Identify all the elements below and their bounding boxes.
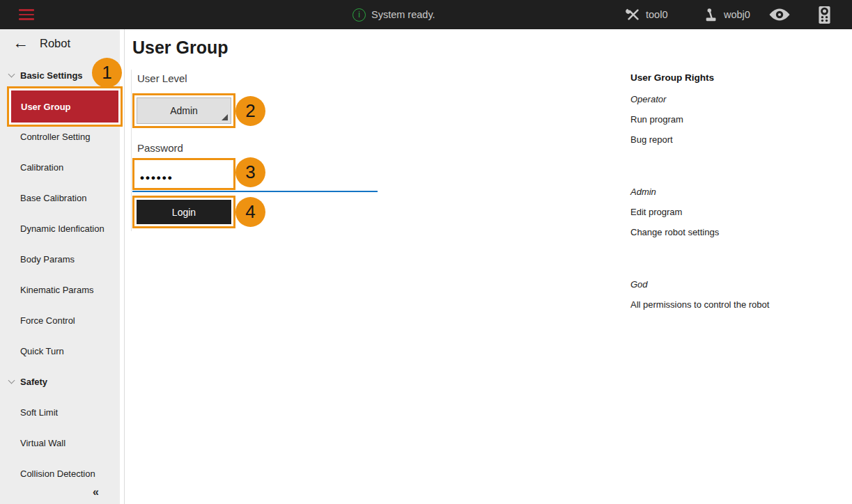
sidebar-item-collision-detection[interactable]: Collision Detection: [0, 466, 120, 480]
sidebar-group-label: Safety: [20, 377, 47, 387]
annotation-badge-4: 4: [235, 197, 265, 227]
annotation-box-3: ••••••: [132, 158, 235, 190]
password-input[interactable]: ••••••: [137, 162, 231, 186]
rights-permission: All permissions to control the robot: [630, 299, 769, 310]
tools-icon: [626, 7, 641, 22]
chevron-down-icon: [8, 70, 15, 77]
login-button[interactable]: Login: [137, 200, 231, 224]
top-bar: i System ready. tool0 wobj0: [0, 0, 852, 29]
hamburger-menu-icon[interactable]: [19, 9, 34, 21]
sidebar-item-quick-turn[interactable]: Quick Turn: [0, 344, 120, 358]
annotation-box-2: Admin: [132, 93, 235, 128]
rights-permission: Edit program: [630, 207, 682, 217]
chevron-down-icon: [8, 377, 15, 384]
rights-permission: Change robot settings: [630, 227, 719, 237]
sidebar-title: Robot: [40, 37, 70, 50]
joystick-icon: [704, 7, 719, 22]
tool-selector[interactable]: tool0: [626, 0, 667, 29]
sidebar-item-base-calibration[interactable]: Base Calibration: [0, 191, 120, 205]
back-arrow-icon[interactable]: ←: [13, 35, 29, 51]
sidebar: ← Robot Basic SettingsUser GroupControll…: [0, 29, 120, 504]
sidebar-collapse-icon[interactable]: «: [93, 486, 99, 498]
rights-role-operator: Operator: [630, 94, 666, 104]
sidebar-item-soft-limit[interactable]: Soft Limit: [0, 405, 120, 419]
sidebar-item-virtual-wall[interactable]: Virtual Wall: [0, 436, 120, 450]
rights-title: User Group Rights: [630, 72, 714, 83]
status-text: System ready.: [371, 9, 435, 20]
tool-label: tool0: [646, 9, 667, 20]
eye-icon[interactable]: [768, 8, 791, 24]
sidebar-item-user-group-selected[interactable]: User Group: [11, 90, 118, 123]
sidebar-item-body-params[interactable]: Body Params: [0, 252, 120, 266]
annotation-badge-1: 1: [92, 58, 122, 88]
sidebar-group-safety[interactable]: Safety: [0, 375, 120, 388]
rights-permission: Run program: [630, 114, 683, 125]
sidebar-item-force-control[interactable]: Force Control: [0, 313, 120, 327]
form-border-line: [131, 70, 132, 231]
sidebar-item-calibration[interactable]: Calibration: [0, 160, 120, 174]
rights-permission: Bug report: [630, 134, 673, 145]
info-icon: i: [353, 8, 366, 22]
sidebar-group-label: Basic Settings: [20, 70, 83, 81]
sidebar-divider: [124, 29, 125, 504]
annotation-badge-2: 2: [235, 96, 265, 126]
rights-role-god: God: [630, 279, 648, 290]
page-title: User Group: [132, 38, 229, 58]
sidebar-item-dynamic-idenfication[interactable]: Dynamic Idenfication: [0, 221, 120, 235]
section-underline: [132, 191, 378, 192]
rights-role-admin: Admin: [630, 187, 656, 197]
app-window: i System ready. tool0 wobj0: [0, 0, 852, 504]
sidebar-item-controller-setting[interactable]: Controller Setting: [0, 129, 120, 143]
user-level-label: User Level: [137, 72, 187, 84]
system-status: i System ready.: [353, 0, 435, 29]
annotation-badge-3: 3: [235, 157, 265, 187]
annotation-box-1: User Group: [7, 86, 123, 127]
user-level-value: Admin: [170, 105, 198, 116]
password-label: Password: [137, 142, 183, 154]
wobj-selector[interactable]: wobj0: [704, 0, 750, 29]
wobj-label: wobj0: [724, 9, 750, 20]
user-level-dropdown[interactable]: Admin: [137, 97, 231, 124]
annotation-box-4: Login: [132, 196, 235, 228]
dropdown-triangle-icon: [222, 114, 228, 120]
pendant-icon[interactable]: [816, 6, 832, 27]
sidebar-item-kinematic-params[interactable]: Kinematic Params: [0, 283, 120, 297]
